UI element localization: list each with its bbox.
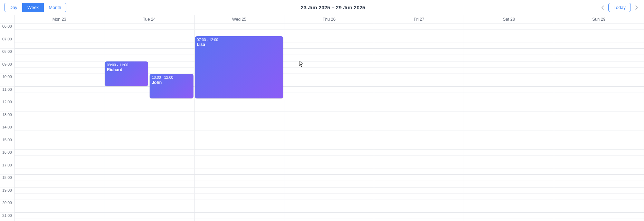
time-slot[interactable] xyxy=(464,188,554,194)
time-slot[interactable] xyxy=(15,162,104,169)
time-slot[interactable] xyxy=(15,105,104,112)
time-slot[interactable] xyxy=(104,99,194,105)
time-slot[interactable] xyxy=(15,23,104,30)
time-slot[interactable] xyxy=(554,162,644,169)
time-slot[interactable] xyxy=(554,131,644,137)
time-slot[interactable] xyxy=(374,143,464,150)
time-slot[interactable] xyxy=(284,93,374,99)
time-slot[interactable] xyxy=(284,213,374,219)
time-slot[interactable] xyxy=(374,162,464,169)
time-slot[interactable] xyxy=(374,93,464,99)
time-slot[interactable] xyxy=(195,150,284,156)
time-slot[interactable] xyxy=(284,131,374,137)
time-slot[interactable] xyxy=(15,200,104,206)
time-slot[interactable] xyxy=(374,87,464,93)
time-slot[interactable] xyxy=(374,137,464,143)
time-slot[interactable] xyxy=(554,99,644,105)
time-slot[interactable] xyxy=(15,150,104,156)
time-slot[interactable] xyxy=(15,137,104,143)
time-slot[interactable] xyxy=(15,36,104,42)
time-slot[interactable] xyxy=(284,49,374,55)
time-slot[interactable] xyxy=(464,206,554,212)
time-slot[interactable] xyxy=(284,188,374,194)
time-slot[interactable] xyxy=(284,105,374,112)
time-slot[interactable] xyxy=(104,105,194,112)
time-slot[interactable] xyxy=(554,150,644,156)
time-slot[interactable] xyxy=(15,49,104,55)
time-slot[interactable] xyxy=(464,219,554,221)
time-slot[interactable] xyxy=(284,36,374,42)
time-slot[interactable] xyxy=(464,137,554,143)
time-slot[interactable] xyxy=(15,87,104,93)
time-slot[interactable] xyxy=(554,74,644,80)
time-slot[interactable] xyxy=(464,194,554,200)
time-slot[interactable] xyxy=(374,23,464,30)
time-slot[interactable] xyxy=(374,194,464,200)
time-slot[interactable] xyxy=(374,200,464,206)
time-slot[interactable] xyxy=(195,105,284,112)
calendar-grid[interactable]: Mon 23Tue 24Wed 25Thu 26Fri 27Sat 28Sun … xyxy=(0,15,644,221)
time-slot[interactable] xyxy=(464,105,554,112)
time-slot[interactable] xyxy=(195,124,284,131)
time-slot[interactable] xyxy=(374,206,464,212)
time-slot[interactable] xyxy=(464,131,554,137)
time-slot[interactable] xyxy=(374,68,464,74)
time-slot[interactable] xyxy=(554,143,644,150)
time-slot[interactable] xyxy=(374,169,464,175)
time-slot[interactable] xyxy=(15,68,104,74)
time-slot[interactable] xyxy=(104,213,194,219)
time-slot[interactable] xyxy=(374,213,464,219)
time-slot[interactable] xyxy=(554,169,644,175)
time-slot[interactable] xyxy=(104,175,194,181)
time-slot[interactable] xyxy=(15,175,104,181)
time-slot[interactable] xyxy=(284,156,374,162)
time-slot[interactable] xyxy=(464,93,554,99)
time-slot[interactable] xyxy=(374,105,464,112)
time-slot[interactable] xyxy=(104,112,194,118)
time-slot[interactable] xyxy=(374,156,464,162)
time-slot[interactable] xyxy=(15,124,104,131)
time-slot[interactable] xyxy=(284,42,374,49)
time-slot[interactable] xyxy=(195,181,284,187)
time-slot[interactable] xyxy=(195,188,284,194)
time-slot[interactable] xyxy=(15,42,104,49)
time-slot[interactable] xyxy=(554,93,644,99)
time-slot[interactable] xyxy=(374,55,464,61)
time-slot[interactable] xyxy=(195,169,284,175)
time-slot[interactable] xyxy=(195,23,284,30)
time-slot[interactable] xyxy=(15,188,104,194)
time-slot[interactable] xyxy=(15,61,104,68)
time-slot[interactable] xyxy=(554,30,644,36)
time-slot[interactable] xyxy=(195,131,284,137)
time-slot[interactable] xyxy=(284,194,374,200)
time-slot[interactable] xyxy=(464,143,554,150)
calendar-event[interactable]: 10:00 - 12:00John xyxy=(150,74,193,98)
time-slot[interactable] xyxy=(464,181,554,187)
time-slot[interactable] xyxy=(104,162,194,169)
time-slot[interactable] xyxy=(464,112,554,118)
time-slot[interactable] xyxy=(464,200,554,206)
time-slot[interactable] xyxy=(554,105,644,112)
time-slot[interactable] xyxy=(195,118,284,124)
time-slot[interactable] xyxy=(374,175,464,181)
time-slot[interactable] xyxy=(554,61,644,68)
time-slot[interactable] xyxy=(464,42,554,49)
time-slot[interactable] xyxy=(195,213,284,219)
view-day-button[interactable]: Day xyxy=(4,3,22,12)
time-slot[interactable] xyxy=(374,99,464,105)
time-slot[interactable] xyxy=(464,36,554,42)
time-slot[interactable] xyxy=(195,137,284,143)
time-slot[interactable] xyxy=(464,80,554,86)
time-slot[interactable] xyxy=(374,30,464,36)
time-slot[interactable] xyxy=(464,124,554,131)
time-slot[interactable] xyxy=(464,118,554,124)
time-slot[interactable] xyxy=(554,118,644,124)
time-slot[interactable] xyxy=(374,80,464,86)
time-slot[interactable] xyxy=(464,213,554,219)
time-slot[interactable] xyxy=(15,74,104,80)
time-slot[interactable] xyxy=(374,150,464,156)
time-slot[interactable] xyxy=(104,137,194,143)
time-slot[interactable] xyxy=(464,99,554,105)
time-slot[interactable] xyxy=(464,150,554,156)
time-slot[interactable] xyxy=(374,49,464,55)
